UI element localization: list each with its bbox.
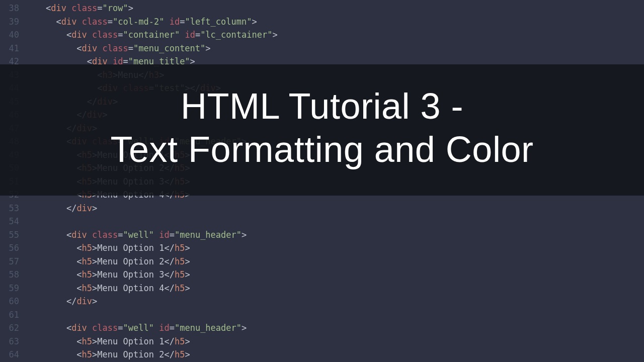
overlay-title-line2: Text Formatting and Color — [10, 128, 634, 171]
line-number: 39 — [0, 15, 19, 29]
line-number: 55 — [0, 228, 19, 242]
line-number: 57 — [0, 255, 19, 268]
code-line[interactable]: <div class="container" id="lc_container"… — [25, 28, 644, 42]
code-line[interactable]: <h5>Menu Option 3</h5> — [25, 268, 644, 282]
line-number: 61 — [0, 308, 19, 322]
code-line[interactable]: <h5>Menu Option 2</h5> — [25, 348, 644, 361]
line-number: 64 — [0, 348, 19, 361]
code-line[interactable]: </div> — [25, 202, 644, 215]
code-line[interactable] — [25, 215, 644, 228]
line-number: 54 — [0, 215, 19, 228]
title-overlay: HTML Tutorial 3 - Text Formatting and Co… — [0, 64, 644, 196]
line-number: 60 — [0, 295, 19, 308]
code-line[interactable]: <div class="well" id="menu_header"> — [25, 228, 644, 242]
line-number: 59 — [0, 282, 19, 295]
code-line[interactable]: <h5>Menu Option 1</h5> — [25, 241, 644, 255]
code-line[interactable]: <div class="well" id="menu_header"> — [25, 321, 644, 335]
line-number: 38 — [0, 2, 19, 15]
overlay-title-line1: HTML Tutorial 3 - — [10, 84, 634, 128]
line-number: 63 — [0, 335, 19, 348]
code-line[interactable]: <h5>Menu Option 1</h5> — [25, 335, 644, 348]
code-line[interactable]: <h5>Menu Option 4</h5> — [25, 282, 644, 295]
line-number: 62 — [0, 321, 19, 335]
code-line[interactable]: <div class="col-md-2" id="left_column"> — [25, 15, 644, 29]
line-number: 53 — [0, 202, 19, 215]
code-line[interactable]: <h5>Menu Option 2</h5> — [25, 255, 644, 268]
line-number: 41 — [0, 42, 19, 55]
code-line[interactable]: <div class="menu_content"> — [25, 42, 644, 55]
line-number: 58 — [0, 268, 19, 282]
code-line[interactable]: </div> — [25, 295, 644, 308]
line-number: 40 — [0, 28, 19, 42]
code-line[interactable]: <div class="row"> — [25, 2, 644, 15]
line-number: 56 — [0, 241, 19, 255]
code-line[interactable] — [25, 308, 644, 322]
